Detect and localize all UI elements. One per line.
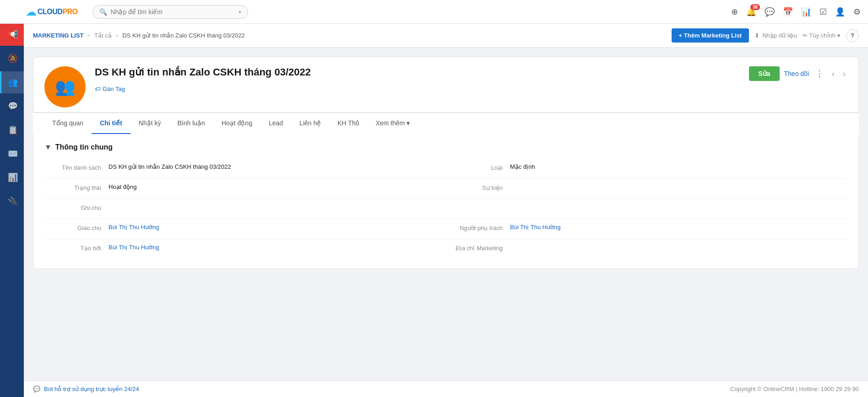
notification-badge: 38 — [750, 4, 760, 10]
prev-button[interactable]: ‹ — [830, 67, 836, 80]
help-button[interactable]: ? — [846, 29, 859, 42]
follow-button[interactable]: Theo dõi — [784, 70, 809, 77]
tab-chi-tiet[interactable]: Chi tiết — [92, 113, 130, 134]
settings-icon[interactable]: ⚙ — [853, 7, 861, 17]
reports-icon: 📊 — [8, 172, 18, 182]
label-loai: Loại — [446, 163, 510, 171]
sidebar-item-silent[interactable]: 🔕 — [0, 48, 24, 70]
sidebar-item-marketing-list[interactable]: 👥 — [0, 71, 24, 93]
breadcrumb-current: DS KH gửi tin nhắn Zalo CSKH tháng 03/20… — [122, 32, 244, 39]
announcements-icon: 📢 — [8, 30, 18, 40]
calendar-icon[interactable]: 📅 — [783, 7, 793, 17]
more-options-button[interactable]: ⋮ — [814, 67, 825, 80]
footer-chat[interactable]: 💬 Bot hỗ trợ sử dụng trực tuyến 24/24 — [33, 386, 139, 392]
breadcrumb-all[interactable]: Tất cả — [94, 32, 112, 39]
value-nguoi-phu-trach: Bùi Thị Thu Hường — [510, 224, 847, 231]
forms-icon: 📋 — [8, 125, 18, 135]
label-trang-thai: Trạng thái — [44, 183, 108, 191]
form-row-ghi-chu: Ghi chú — [44, 199, 446, 219]
value-ten-danh-sach: DS KH gửi tin nhắn Zalo CSKH tháng 03/20… — [108, 163, 446, 170]
plugins-icon: 🔌 — [8, 196, 18, 206]
chat-icon[interactable]: 💬 — [765, 7, 775, 17]
sidebar-item-plugins[interactable]: 🔌 — [0, 190, 24, 212]
customize-button[interactable]: ✏ Tùy chỉnh ▾ — [803, 32, 841, 39]
import-icon: ⬇ — [754, 32, 760, 39]
form-row-tao-boi: Tạo bởi Bùi Thị Thu Hường — [44, 239, 446, 259]
add-icon[interactable]: ⊕ — [731, 7, 738, 17]
cloud-icon: ☁ — [26, 5, 37, 18]
breadcrumb-root[interactable]: MARKETING LIST — [33, 32, 84, 39]
breadcrumb-bar: MARKETING LIST > Tất cả > DS KH gửi tin … — [24, 24, 868, 48]
tag-link[interactable]: 🏷 Gán Tag — [95, 86, 847, 92]
form-row-loai: Loại Mặc định — [446, 159, 847, 179]
tab-lead[interactable]: Lead — [260, 113, 291, 134]
form-col-right: Loại Mặc định Sự kiện Người phụ trách Bù… — [446, 159, 847, 259]
label-nguoi-phu-trach: Người phụ trách — [446, 224, 510, 231]
tab-tong-quan[interactable]: Tổng quan — [44, 113, 92, 134]
tab-kh-tho[interactable]: KH Thô — [329, 113, 367, 134]
value-trang-thai: Hoạt động — [108, 183, 446, 190]
form-col-left: Tên danh sách DS KH gửi tin nhắn Zalo CS… — [44, 159, 446, 259]
chat-sidebar-icon: 💬 — [8, 101, 18, 111]
breadcrumb-actions: + Thêm Marketing List ⬇ Nhập dữ liệu ✏ T… — [672, 28, 859, 43]
footer-chat-label: Bot hỗ trợ sử dụng trực tuyến 24/24 — [44, 386, 139, 392]
marketing-list-icon: 👥 — [8, 77, 18, 87]
sidebar-item-forms[interactable]: 📋 — [0, 119, 24, 141]
label-dia-chi-marketing: Địa chỉ Marketing — [446, 244, 510, 252]
silent-icon: 🔕 — [8, 54, 18, 64]
breadcrumb-sep1: > — [87, 32, 91, 39]
search-bar[interactable]: 🔍 ▾ — [92, 5, 248, 19]
chart-icon[interactable]: 📊 — [801, 7, 811, 17]
hamburger-menu[interactable] — [7, 9, 16, 15]
left-sidebar: 📢 🔕 👥 💬 📋 ✉️ 📊 🔌 — [0, 0, 24, 397]
logo: ☁ CLOUDPRO — [26, 5, 78, 18]
main-wrapper: MARKETING LIST > Tất cả > DS KH gửi tin … — [24, 24, 868, 397]
content-area: 👥 DS KH gửi tin nhắn Zalo CSKH tháng 03/… — [24, 48, 868, 397]
value-tao-boi: Bùi Thị Thu Hường — [108, 244, 446, 251]
form-row-giao-cho: Giao cho Bùi Thị Thu Hường — [44, 219, 446, 239]
profile-icon[interactable]: 👤 — [835, 7, 845, 17]
section-title: ▼ Thông tin chung — [44, 143, 847, 151]
chevron-down-icon: ▾ — [407, 119, 410, 127]
avatar-icon: 👥 — [55, 77, 76, 97]
form-grid: Tên danh sách DS KH gửi tin nhắn Zalo CS… — [44, 159, 847, 259]
add-marketing-list-button[interactable]: + Thêm Marketing List — [672, 28, 749, 43]
footer-copyright: Copyright © OnlineCRM | Hotline: 1900 29… — [730, 386, 859, 392]
form-row-nguoi-phu-trach: Người phụ trách Bùi Thị Thu Hường — [446, 219, 847, 239]
record-title: DS KH gửi tin nhắn Zalo CSKH tháng 03/20… — [95, 66, 311, 78]
form-row-ten-danh-sach: Tên danh sách DS KH gửi tin nhắn Zalo CS… — [44, 159, 446, 179]
tab-nhat-ky[interactable]: Nhật ký — [130, 113, 169, 134]
edit-button[interactable]: Sửa — [749, 66, 779, 81]
sidebar-item-chat[interactable]: 💬 — [0, 95, 24, 117]
tab-xem-them[interactable]: Xem thêm ▾ — [367, 113, 418, 134]
footer-bar: 💬 Bot hỗ trợ sử dụng trực tuyến 24/24 Co… — [24, 381, 868, 397]
tab-lien-he[interactable]: Liên hệ — [291, 113, 329, 134]
record-actions: Sửa Theo dõi ⋮ ‹ › — [749, 66, 847, 81]
customize-icon: ✏ — [803, 32, 808, 39]
sidebar-item-email[interactable]: ✉️ — [0, 143, 24, 165]
record-card: 👥 DS KH gửi tin nhắn Zalo CSKH tháng 03/… — [33, 57, 859, 113]
record-header: 👥 DS KH gửi tin nhắn Zalo CSKH tháng 03/… — [44, 66, 847, 107]
import-data-button[interactable]: ⬇ Nhập dữ liệu — [754, 32, 797, 39]
tab-binh-luan[interactable]: Bình luận — [169, 113, 213, 134]
label-tao-boi: Tạo bởi — [44, 244, 108, 252]
sidebar-item-reports[interactable]: 📊 — [0, 166, 24, 188]
search-icon: 🔍 — [99, 8, 107, 16]
section-arrow-icon: ▼ — [44, 143, 52, 151]
record-info: DS KH gửi tin nhắn Zalo CSKH tháng 03/20… — [95, 66, 847, 92]
tasks-icon[interactable]: ☑ — [819, 7, 827, 17]
label-empty — [446, 204, 510, 204]
sidebar-item-announcements[interactable]: 📢 — [0, 24, 24, 46]
value-loai: Mặc định — [510, 163, 847, 170]
next-button[interactable]: › — [841, 67, 847, 80]
form-row-trang-thai: Trạng thái Hoạt động — [44, 179, 446, 199]
tab-hoat-dong[interactable]: Hoạt động — [213, 113, 260, 134]
search-dropdown-icon[interactable]: ▾ — [239, 9, 241, 15]
notification-icon[interactable]: 🔔 38 — [746, 7, 756, 17]
label-ghi-chu: Ghi chú — [44, 204, 108, 211]
form-row-dia-chi-marketing: Địa chỉ Marketing — [446, 239, 847, 259]
search-input[interactable] — [111, 8, 235, 16]
form-row-su-kien: Sự kiện — [446, 179, 847, 199]
avatar: 👥 — [44, 66, 86, 107]
form-row-empty — [446, 199, 847, 219]
